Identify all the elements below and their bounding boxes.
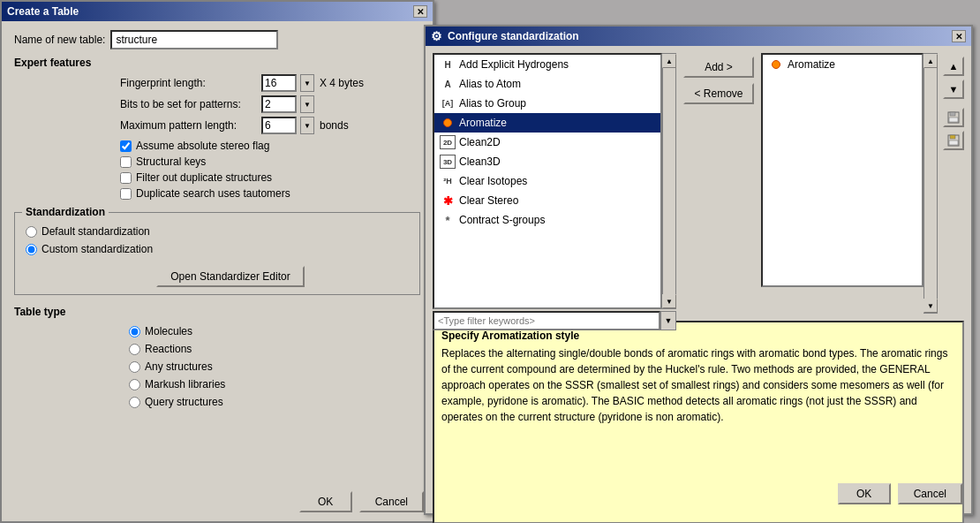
fingerprint-input[interactable] [261, 74, 297, 92]
right-scroll-down[interactable]: ▼ [923, 299, 938, 313]
move-down-btn[interactable]: ▼ [943, 80, 964, 99]
add-hydrogens-label: Add Explicit Hydrogens [459, 58, 569, 71]
save-btn-2[interactable] [943, 131, 964, 150]
any-structures-label: Any structures [145, 360, 213, 373]
alias-atom-label: Alias to Atom [459, 78, 521, 90]
clean2d-icon: 2D [440, 135, 456, 149]
right-item-aromatize[interactable]: Aromatize [763, 55, 922, 74]
stereo-flag-checkbox[interactable] [120, 140, 132, 152]
move-up-btn[interactable]: ▲ [943, 57, 964, 76]
list-item-clean2d[interactable]: 2D Clean2D [434, 133, 660, 152]
structural-keys-checkbox[interactable] [120, 156, 132, 168]
svg-rect-2 [949, 117, 958, 122]
create-table-close-button[interactable]: ✕ [413, 5, 427, 18]
save-icon-2 [947, 134, 960, 147]
remove-btn[interactable]: < Remove [683, 83, 754, 104]
create-table-ok-btn[interactable]: OK [299, 491, 352, 512]
svg-rect-5 [949, 140, 958, 145]
config-bottom-buttons: OK Cancel [838, 483, 962, 504]
alias-group-icon: [A] [440, 96, 456, 110]
clear-stereo-label: Clear Stereo [459, 194, 518, 207]
default-std-radio[interactable] [26, 226, 37, 238]
filter-input[interactable] [433, 311, 660, 330]
tautomers-checkbox[interactable] [120, 188, 132, 200]
max-pattern-input[interactable] [261, 117, 297, 134]
clear-stereo-icon: ✱ [440, 193, 456, 208]
config-titlebar: ⚙ Configure standardization ✕ [426, 27, 971, 46]
list-scroll-up[interactable]: ▲ [662, 54, 676, 68]
add-hydrogens-icon: H [440, 57, 456, 72]
list-item-contract-sgroups[interactable]: * Contract S-groups [434, 210, 660, 230]
structural-keys-label: Structural keys [136, 155, 206, 168]
molecules-label: Molecules [145, 325, 192, 337]
right-side-buttons: ▲ ▼ [943, 53, 964, 314]
standardization-list: H Add Explicit Hydrogens A Alias to Atom… [433, 53, 662, 309]
svg-rect-1 [950, 112, 955, 116]
right-scroll-up[interactable]: ▲ [923, 54, 938, 68]
stereo-flag-label: Assume absolute stereo flag [136, 140, 269, 152]
max-pattern-label: Maximum pattern length: [120, 119, 261, 132]
list-item-alias-group[interactable]: [A] Alias to Group [434, 94, 660, 113]
query-radio[interactable] [129, 397, 140, 408]
query-label: Query structures [145, 396, 223, 408]
selected-items-list: Aromatize [761, 53, 923, 287]
tautomers-label: Duplicate search uses tautomers [136, 187, 290, 200]
right-area: Aromatize ▲ ▼ ▲ ▼ [761, 53, 964, 314]
config-title: Configure standardization [448, 30, 579, 42]
filter-duplicate-checkbox[interactable] [120, 172, 132, 184]
config-ok-btn[interactable]: OK [838, 483, 891, 504]
list-item-aromatize[interactable]: Aromatize [434, 113, 660, 133]
config-close-button[interactable]: ✕ [952, 30, 966, 42]
create-table-cancel-btn[interactable]: Cancel [359, 491, 424, 512]
save-btn-1[interactable] [943, 108, 964, 127]
markush-radio[interactable] [129, 379, 140, 390]
bits-input[interactable] [261, 95, 297, 113]
fingerprint-dropdown[interactable]: ▼ [300, 74, 314, 92]
middle-buttons: Add > < Remove [683, 53, 754, 314]
clean3d-label: Clean3D [459, 155, 501, 168]
custom-std-radio[interactable] [26, 244, 37, 255]
create-table-dialog: Create a Table ✕ Name of new table: Expe… [0, 0, 434, 523]
standardization-title: Standardization [22, 206, 109, 218]
config-cancel-btn[interactable]: Cancel [898, 483, 962, 504]
open-standardizer-btn[interactable]: Open Standardizer Editor [156, 266, 304, 287]
reactions-radio[interactable] [129, 344, 140, 355]
description-title: Specify Aromatization style [441, 330, 955, 342]
bits-dropdown[interactable]: ▼ [300, 95, 314, 113]
svg-rect-4 [950, 135, 955, 139]
bits-label: Bits to be set for patterns: [120, 98, 261, 110]
right-aromatize-label: Aromatize [788, 58, 835, 71]
list-item-clear-stereo[interactable]: ✱ Clear Stereo [434, 191, 660, 210]
custom-std-label: Custom standardization [41, 243, 153, 255]
any-structures-radio[interactable] [129, 361, 140, 373]
list-item-clear-isotopes[interactable]: ²H Clear Isotopes [434, 171, 660, 191]
fingerprint-suffix: X 4 bytes [320, 77, 364, 89]
alias-atom-icon: A [440, 77, 456, 91]
name-input[interactable] [110, 30, 278, 49]
default-std-label: Default standardization [41, 225, 150, 238]
name-label: Name of new table: [14, 34, 105, 46]
config-standardization-dialog: ⚙ Configure standardization ✕ H Add Expl… [424, 25, 973, 515]
clean3d-icon: 3D [440, 155, 456, 169]
list-scroll-down[interactable]: ▼ [662, 294, 676, 308]
add-btn[interactable]: Add > [683, 57, 754, 78]
list-item-alias-atom[interactable]: A Alias to Atom [434, 74, 660, 94]
aromatize-label: Aromatize [459, 117, 507, 129]
expert-features-label: Expert features [14, 57, 420, 69]
save-icon-1 [947, 111, 960, 124]
filter-duplicate-label: Filter out duplicate structures [136, 171, 272, 184]
max-pattern-suffix: bonds [320, 119, 349, 132]
alias-group-label: Alias to Group [459, 97, 526, 110]
aromatize-icon [440, 116, 456, 130]
max-pattern-dropdown[interactable]: ▼ [300, 117, 314, 134]
right-panel: Aromatize ▲ ▼ [761, 53, 938, 314]
filter-dropdown-btn[interactable]: ▼ [660, 311, 676, 330]
clear-isotopes-icon: ²H [440, 174, 456, 188]
table-type-title: Table type [14, 306, 420, 318]
create-table-title: Create a Table [7, 5, 79, 18]
create-table-bottom-buttons: OK Cancel [299, 491, 424, 512]
create-table-titlebar: Create a Table ✕ [2, 2, 433, 21]
molecules-radio[interactable] [129, 326, 140, 337]
list-item-clean3d[interactable]: 3D Clean3D [434, 152, 660, 171]
list-item-add-hydrogens[interactable]: H Add Explicit Hydrogens [434, 55, 660, 74]
